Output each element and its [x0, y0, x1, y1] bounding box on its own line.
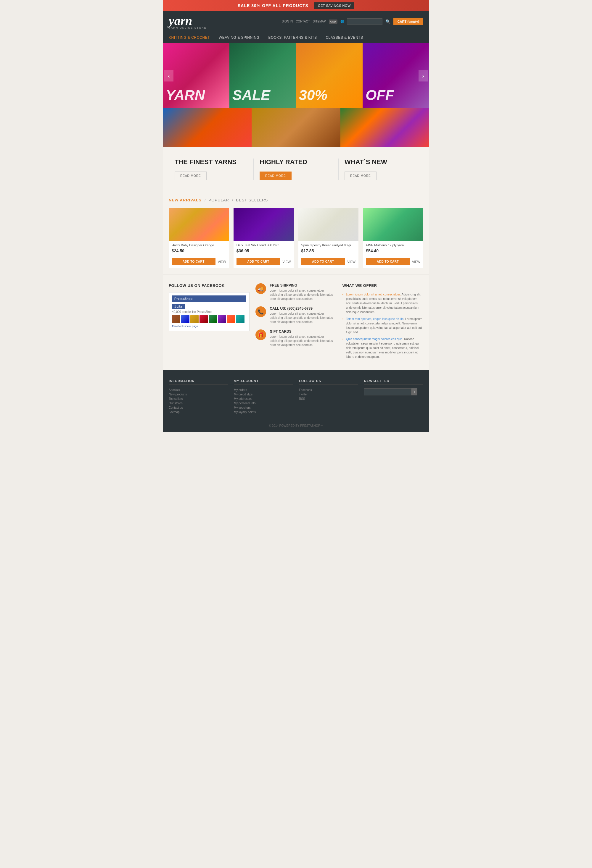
footer-our-stores[interactable]: Our stores	[169, 402, 228, 405]
feature-btn-3[interactable]: READ MORE	[345, 171, 376, 180]
product-info-4: FINE Mulberry 12 ply yarn $54.40	[363, 241, 423, 258]
fb-avatar-3	[190, 315, 198, 323]
fb-avatar-2	[181, 315, 189, 323]
view-link-2[interactable]: VIEW	[283, 260, 291, 264]
tab-best-sellers[interactable]: BEST SELLERS	[236, 198, 268, 202]
footer-my-orders[interactable]: My orders	[234, 388, 293, 391]
product-image-4[interactable]	[363, 208, 423, 241]
product-name-1: Hachi Baby Designer Orange	[172, 243, 226, 247]
offer-list: Lorem ipsum dolor sit amet, consectetuer…	[342, 292, 423, 359]
newsletter-input-area: ›	[364, 388, 423, 396]
footer-twitter[interactable]: Twitter	[299, 393, 358, 396]
footer-contact[interactable]: Contact us	[169, 406, 228, 409]
fb-count: 40,000 people like PrestaShop	[172, 310, 246, 313]
fb-like-button[interactable]: 1 Like	[172, 304, 185, 309]
fb-avatar-4	[200, 315, 208, 323]
product-info-2: Dark Teal Silk Cloud Silk Yarn $36.95	[234, 241, 294, 258]
sign-in-link[interactable]: SIGN IN	[282, 20, 293, 23]
product-actions-2: ADD TO CART VIEW	[234, 258, 294, 268]
feature-image-1[interactable]	[163, 108, 252, 147]
feature-btn-2[interactable]: READ MORE	[260, 171, 292, 180]
footer-rss[interactable]: RSS	[299, 397, 358, 400]
view-link-1[interactable]: VIEW	[218, 260, 226, 264]
offer-link-1[interactable]: Lorem ipsum dolor sit amet, consectetuer…	[346, 293, 401, 296]
product-actions-4: ADD TO CART VIEW	[363, 258, 423, 268]
get-savings-button[interactable]: GET SAVINGS NOW	[314, 2, 354, 9]
contact-link[interactable]: CONTACT	[296, 20, 310, 23]
add-to-cart-button-4[interactable]: ADD TO CART	[366, 258, 410, 265]
offer-blue-1[interactable]: Totam rem aperiam, eaque ipsa quae ab il…	[346, 317, 404, 320]
add-to-cart-button-2[interactable]: ADD TO CART	[237, 258, 280, 265]
offer-item-1: Lorem ipsum dolor sit amet, consectetuer…	[342, 292, 423, 314]
slider-next-button[interactable]: ›	[419, 70, 428, 82]
product-price-2: $36.95	[237, 248, 291, 253]
gift-cards-content: GIFT CARDS Lorem ipsum dolor sit amet, c…	[270, 329, 336, 347]
footer-facebook[interactable]: Facebook	[299, 388, 358, 391]
free-shipping-title: FREE SHIPPING	[270, 283, 336, 288]
sitemap-link[interactable]: SITEMAP	[313, 20, 326, 23]
footer-newsletter: NEWSLETTER ›	[364, 379, 423, 415]
main-nav: KNITTING & CROCHET WEAVING & SPINNING BO…	[163, 32, 429, 43]
add-to-cart-button-3[interactable]: ADD TO CART	[301, 258, 345, 265]
view-link-3[interactable]: VIEW	[347, 260, 355, 264]
gift-cards-service: 🎁 GIFT CARDS Lorem ipsum dolor sit amet,…	[255, 329, 336, 347]
product-card-4: FINE Mulberry 12 ply yarn $54.40 ADD TO …	[363, 208, 423, 268]
feature-rated: HIGHLY RATED READ MORE	[254, 158, 339, 180]
hero-images: YARN SALE 30% OFF	[163, 43, 429, 108]
call-us-title: CALL US: (800)2345-6789	[270, 306, 336, 310]
footer-personal-info[interactable]: My personal info	[234, 402, 293, 405]
footer-loyalty[interactable]: My loyalty points	[234, 410, 293, 414]
feature-image-3[interactable]	[340, 108, 429, 147]
product-image-2[interactable]	[234, 208, 294, 241]
gift-icon: 🎁	[255, 329, 266, 340]
newsletter-submit-button[interactable]: ›	[411, 388, 417, 396]
footer-vouchers[interactable]: My vouchers	[234, 406, 293, 409]
add-to-cart-button-1[interactable]: ADD TO CART	[172, 258, 216, 265]
product-image-1[interactable]	[169, 208, 229, 241]
nav-books[interactable]: BOOKS, PATTERNS & KITS	[268, 32, 317, 43]
footer-info-title: INFORMATION	[169, 379, 228, 385]
follow-facebook-title: FOLLOW US ON FACEBOOK	[169, 283, 250, 288]
offer-blue-2[interactable]: Quia consequuntur magni dolores eos quin…	[346, 337, 403, 341]
footer-grid: INFORMATION Specials New products Top se…	[169, 379, 423, 415]
tab-new-arrivals[interactable]: NEW ARRIVALS	[169, 198, 201, 202]
footer-sitemap[interactable]: Sitemap	[169, 410, 228, 414]
cart-button[interactable]: CART (empty)	[394, 18, 423, 25]
free-shipping-content: FREE SHIPPING Lorem ipsum dolor sit amet…	[270, 283, 336, 301]
product-card-1: Hachi Baby Designer Orange $24.50 ADD TO…	[169, 208, 229, 268]
currency-selector[interactable]: USD	[329, 19, 337, 24]
footer-follow-us: FOLLOW US Facebook Twitter RSS	[299, 379, 358, 415]
search-input[interactable]	[347, 18, 382, 25]
slider-prev-button[interactable]: ‹	[164, 70, 173, 82]
fb-avatar-6	[218, 315, 226, 323]
search-button[interactable]: 🔍	[385, 19, 391, 24]
product-image-3[interactable]	[298, 208, 359, 241]
fb-avatars	[172, 315, 246, 323]
feature-finest: THE FINEST YARNS READ MORE	[169, 158, 254, 180]
footer-new-products[interactable]: New products	[169, 393, 228, 396]
fb-avatar-7	[227, 315, 235, 323]
phone-icon: 📞	[255, 306, 266, 317]
language-flag[interactable]: 🌐	[340, 20, 344, 23]
view-link-4[interactable]: VIEW	[412, 260, 420, 264]
product-actions-1: ADD TO CART VIEW	[169, 258, 229, 268]
fb-link[interactable]: Facebook social page	[172, 325, 246, 328]
newsletter-input[interactable]	[364, 388, 411, 396]
footer-specials[interactable]: Specials	[169, 388, 228, 391]
footer-account-title: MY ACCOUNT	[234, 379, 293, 385]
logo[interactable]: yarn	[169, 13, 207, 28]
footer-top-sellers[interactable]: Top sellers	[169, 397, 228, 400]
footer-addresses[interactable]: My addresses	[234, 397, 293, 400]
feature-new: WHAT`S NEW READ MORE	[339, 158, 423, 180]
services-col: 🚚 FREE SHIPPING Lorem ipsum dolor sit am…	[255, 283, 336, 362]
tab-popular[interactable]: POPULAR	[209, 198, 229, 202]
feature-btn-1[interactable]: READ MORE	[175, 171, 207, 180]
nav-weaving[interactable]: WEAVING & SPINNING	[219, 32, 259, 43]
free-shipping-service: 🚚 FREE SHIPPING Lorem ipsum dolor sit am…	[255, 283, 336, 301]
nav-knitting[interactable]: KNITTING & CROCHET	[169, 32, 210, 43]
nav-classes[interactable]: CLASSES & EVENTS	[326, 32, 363, 43]
footer-credit-slips[interactable]: My credit slips	[234, 393, 293, 396]
header-right: SIGN IN CONTACT SITEMAP USD 🌐 🔍 CART (em…	[282, 18, 423, 25]
feature-image-2[interactable]	[252, 108, 340, 147]
fb-avatar-5	[209, 315, 217, 323]
